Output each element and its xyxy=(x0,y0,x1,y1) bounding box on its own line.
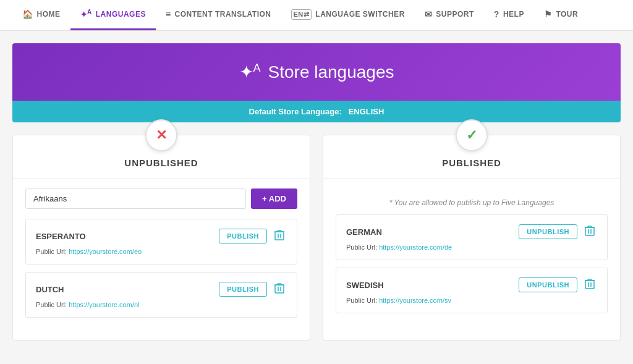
esperanto-url: Public Url: https://yourstore.com/eo xyxy=(36,248,287,255)
nav-label-tour: TOUR xyxy=(556,10,578,19)
svg-rect-4 xyxy=(275,285,284,293)
language-card-esperanto: ESPERANTO PUBLISH xyxy=(25,219,297,265)
nav-label-help: HELP xyxy=(503,10,524,19)
published-check-icon: ✓ xyxy=(466,127,477,143)
nav-label-content-translation: CONTENT TRANSLATION xyxy=(175,10,271,19)
german-name: GERMAN xyxy=(346,227,382,237)
dutch-url-link[interactable]: https://yourstore.com/nl xyxy=(69,301,139,308)
languages-icon: ✦A xyxy=(80,9,92,19)
language-columns: ✕ UNPUBLISHED Afrikaans Albanian Arabic … xyxy=(12,135,621,341)
nav-item-tour[interactable]: ⚑ TOUR xyxy=(534,0,588,30)
main-content: ✦A Store languages Default Store Languag… xyxy=(0,31,633,353)
unpublished-column: ✕ UNPUBLISHED Afrikaans Albanian Arabic … xyxy=(12,135,310,341)
delete-swedish-button[interactable] xyxy=(582,277,597,293)
german-url-link[interactable]: https://yourstore.com/de xyxy=(379,243,452,251)
publish-esperanto-button[interactable]: PUBLISH xyxy=(219,229,267,243)
content-translation-icon: ≡ xyxy=(166,9,171,19)
language-select[interactable]: Afrikaans Albanian Arabic Armenian Basqu… xyxy=(25,188,246,209)
published-column: ✓ PUBLISHED * You are allowed to publish… xyxy=(323,135,621,341)
unpublished-badge: ✕ xyxy=(145,119,177,151)
nav-label-support: SUPPORT xyxy=(436,10,474,19)
german-card-header: GERMAN UNPUBLISH xyxy=(346,224,597,240)
hero-translate-icon: ✦A xyxy=(239,62,261,82)
nav-item-home[interactable]: 🏠 HOME xyxy=(12,0,70,30)
unpublished-x-icon: ✕ xyxy=(156,127,167,143)
dutch-url: Public Url: https://yourstore.com/nl xyxy=(36,301,287,308)
german-actions: UNPUBLISH xyxy=(519,224,597,240)
svg-rect-0 xyxy=(275,232,284,240)
nav-item-support[interactable]: ✉ SUPPORT xyxy=(415,0,484,30)
default-lang-value: ENGLISH xyxy=(349,107,384,116)
published-body: * You are allowed to publish up to Five … xyxy=(323,179,620,323)
default-language-bar: Default Store Language: ENGLISH xyxy=(12,101,621,122)
delete-esperanto-button[interactable] xyxy=(272,228,287,244)
tour-icon: ⚑ xyxy=(544,9,553,19)
esperanto-card-header: ESPERANTO PUBLISH xyxy=(36,228,287,244)
default-lang-label: Default Store Language: xyxy=(249,107,342,116)
swedish-actions: UNPUBLISH xyxy=(519,277,597,293)
hero-banner: ✦A Store languages xyxy=(12,43,621,101)
nav-item-languages[interactable]: ✦A LANGUAGES xyxy=(70,0,156,30)
dutch-actions: PUBLISH xyxy=(219,281,287,297)
unpublish-german-button[interactable]: UNPUBLISH xyxy=(519,224,577,239)
dutch-name: DUTCH xyxy=(36,285,64,294)
nav-item-help[interactable]: ? HELP xyxy=(484,0,534,30)
add-language-button[interactable]: + ADD xyxy=(251,188,297,209)
support-icon: ✉ xyxy=(425,9,433,19)
publish-limit-info: * You are allowed to publish up to Five … xyxy=(336,188,608,207)
published-badge: ✓ xyxy=(456,119,488,151)
esperanto-url-link[interactable]: https://yourstore.com/eo xyxy=(69,248,142,255)
delete-german-button[interactable] xyxy=(582,224,597,240)
swedish-url-link[interactable]: https://yourstore.com/sv xyxy=(379,297,451,304)
german-url: Public Url: https://yourstore.com/de xyxy=(346,243,597,251)
svg-rect-8 xyxy=(585,227,594,235)
unpublish-swedish-button[interactable]: UNPUBLISH xyxy=(519,277,577,292)
esperanto-actions: PUBLISH xyxy=(219,228,287,244)
publish-dutch-button[interactable]: PUBLISH xyxy=(219,282,267,297)
hero-title: Store languages xyxy=(268,62,394,82)
home-icon: 🏠 xyxy=(22,9,33,19)
nav-label-language-switcher: LANGUAGE SWITCHER xyxy=(315,10,405,19)
swedish-url: Public Url: https://yourstore.com/sv xyxy=(346,297,597,304)
swedish-name: SWEDISH xyxy=(346,281,384,290)
nav-label-home: HOME xyxy=(37,10,61,19)
svg-rect-12 xyxy=(585,281,594,289)
language-card-german: GERMAN UNPUBLISH xyxy=(336,214,608,260)
delete-dutch-button[interactable] xyxy=(272,281,287,297)
language-switcher-icon: EN⇄ xyxy=(291,9,312,20)
language-card-swedish: SWEDISH UNPUBLISH xyxy=(336,268,608,313)
add-language-row: Afrikaans Albanian Arabic Armenian Basqu… xyxy=(25,188,297,209)
help-icon: ? xyxy=(494,9,499,19)
top-navigation: 🏠 HOME ✦A LANGUAGES ≡ CONTENT TRANSLATIO… xyxy=(0,0,633,31)
nav-item-language-switcher[interactable]: EN⇄ LANGUAGE SWITCHER xyxy=(281,0,415,30)
unpublished-body: Afrikaans Albanian Arabic Armenian Basqu… xyxy=(13,179,310,328)
nav-label-languages: LANGUAGES xyxy=(96,10,146,19)
dutch-card-header: DUTCH PUBLISH xyxy=(36,281,287,297)
esperanto-name: ESPERANTO xyxy=(36,232,86,241)
nav-item-content-translation[interactable]: ≡ CONTENT TRANSLATION xyxy=(156,0,281,30)
language-card-dutch: DUTCH PUBLISH xyxy=(25,272,297,318)
swedish-card-header: SWEDISH UNPUBLISH xyxy=(346,277,597,293)
